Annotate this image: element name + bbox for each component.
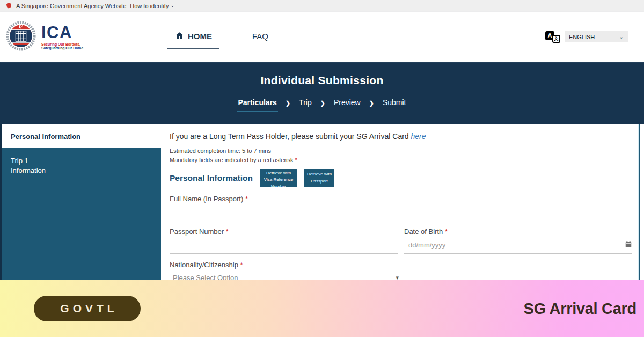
dob-column: Date of Birth * [404,228,632,254]
ltp-notice: If you are a Long Term Pass Holder, plea… [170,132,632,141]
passport-column: Passport Number * [170,228,398,254]
step-preview[interactable]: Preview [333,98,362,112]
nationality-label: Nationality/Citizenship * [170,261,632,269]
content-area: Personal Information Trip 1 Information … [0,124,640,280]
passport-dob-row: Passport Number * Date of Birth * [170,228,632,254]
ica-tagline-line1: Securing Our Borders, [41,42,83,46]
full-name-label: Full Name (In Passport) * [170,195,632,203]
mandatory-note: Mandatory fields are indicated by a red … [170,157,632,163]
date-of-birth-input[interactable] [404,241,625,253]
ica-emblem-icon [5,20,36,54]
date-of-birth-label-text: Date of Birth [404,228,443,236]
section-title: Personal Information [170,173,253,183]
nationality-selected-value: Please Select Option [173,274,238,280]
estimated-time-note: Estimated completion time: 5 to 7 mins [170,148,632,154]
sg-lion-icon [5,2,12,10]
ica-wordmark: ICA [41,24,83,41]
ica-logo-text: ICA Securing Our Borders, Safeguarding O… [41,24,83,50]
nav-home[interactable]: HOME [175,31,212,43]
step-particulars[interactable]: Particulars [237,98,278,112]
form-sidebar: Personal Information Trip 1 Information [0,124,161,280]
calendar-icon[interactable] [625,240,632,253]
submission-banner: Individual Submission Particulars ❯ Trip… [0,62,644,124]
sidebar-item-label: Personal Information [11,133,80,141]
site-header: ICA Securing Our Borders, Safeguarding O… [0,12,644,62]
nationality-select[interactable]: Please Select Option ▾ [170,269,401,280]
step-submit[interactable]: Submit [382,98,407,112]
ica-tagline-line2: Safeguarding Our Home [41,46,83,50]
date-of-birth-field [404,236,632,254]
chevron-down-icon: ⌄ [170,3,174,8]
full-name-input[interactable] [170,203,632,221]
ltp-here-link[interactable]: here [411,132,426,141]
step-chevron-icon: ❯ [286,100,290,111]
step-trip[interactable]: Trip [298,98,313,112]
sidebar-item-personal-information[interactable]: Personal Information [2,124,161,148]
required-asterisk: * [240,261,243,269]
sidebar-item-trip-1-information[interactable]: Trip 1 Information [2,148,161,184]
ltp-notice-text: If you are a Long Term Pass Holder, plea… [170,132,409,141]
dropdown-caret-icon: ▾ [396,274,399,280]
retrieve-with-passport-button[interactable]: Retrieve with Passport [304,169,334,187]
how-to-identify-link[interactable]: How to identify ⌄ [130,3,174,9]
nav-home-label: HOME [188,32,212,41]
required-asterisk: * [295,157,297,163]
language-switcher: A 文 ENGLISH ⌄ [545,31,628,43]
retrieve-with-visa-button[interactable]: Retrieve with Visa Reference Number [260,169,297,187]
main-nav: HOME FAQ [175,31,268,43]
how-to-identify-label: How to identify [130,3,169,9]
home-icon [175,31,184,42]
passport-number-label-text: Passport Number [170,228,224,236]
agency-text: A Singapore Government Agency Website [16,3,126,9]
sidebar-item-line1: Trip 1 [11,156,152,166]
nav-faq[interactable]: FAQ [252,32,268,42]
nav-faq-label: FAQ [252,32,268,41]
required-asterisk: * [226,228,229,236]
required-asterisk: * [445,228,448,236]
gov-topbar: A Singapore Government Agency Website Ho… [0,0,644,12]
passport-number-input[interactable] [170,236,398,254]
required-asterisk: * [245,195,248,203]
step-chevron-icon: ❯ [320,100,325,111]
chevron-down-icon: ⌄ [619,34,624,40]
ica-logo[interactable]: ICA Securing Our Borders, Safeguarding O… [5,20,160,54]
date-of-birth-label: Date of Birth * [404,228,632,236]
govtl-badge[interactable]: GOVTL [34,296,141,321]
translate-icon-char: 文 [552,35,560,43]
step-indicator: Particulars ❯ Trip ❯ Preview ❯ Submit [0,98,644,112]
full-name-label-text: Full Name (In Passport) [170,195,243,203]
language-select[interactable]: ENGLISH ⌄ [565,31,628,42]
page-title: Individual Submission [0,62,644,87]
nationality-label-text: Nationality/Citizenship [170,261,238,269]
promo-banner: GOVTL SG Arrival Card [0,280,644,337]
product-name: SG Arrival Card [524,300,636,318]
translate-icon: A 文 [545,31,560,43]
mandatory-note-text: Mandatory fields are indicated by a red … [170,157,294,163]
step-chevron-icon: ❯ [369,100,374,111]
personal-information-section-header: Personal Information Retrieve with Visa … [170,169,632,187]
form-main: If you are a Long Term Pass Holder, plea… [161,124,639,280]
sidebar-item-line2: Information [11,166,152,175]
passport-number-label: Passport Number * [170,228,398,236]
language-selected-value: ENGLISH [569,34,595,40]
